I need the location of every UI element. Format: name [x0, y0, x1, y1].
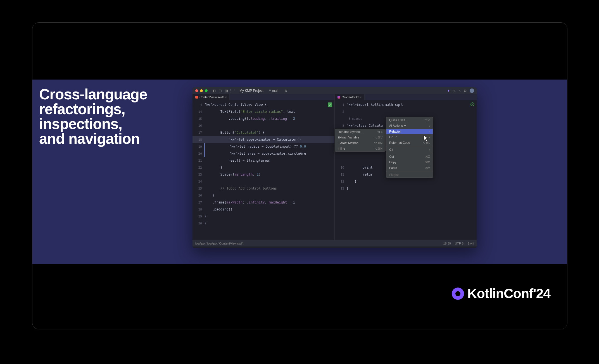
- close-tab-icon[interactable]: ×: [360, 96, 362, 99]
- headline: Cross-language refactorings, inspections…: [39, 87, 147, 146]
- analysis-ok-icon[interactable]: ✓: [470, 102, 474, 106]
- grid-icon[interactable]: ⋮⋮: [230, 89, 234, 93]
- tab-bar-left: ContentView.swift ×: [192, 94, 334, 100]
- tab-contentview[interactable]: ContentView.swift ×: [192, 94, 230, 100]
- search-icon[interactable]: ⌕: [458, 89, 461, 93]
- code-line[interactable]: 21 result = String(area): [192, 157, 334, 164]
- titlebar-tool-icons: ◧ ▢ ◨ ⋮⋮: [212, 89, 234, 93]
- menu-item-quick-fixes-[interactable]: Quick Fixes…⌥↵: [386, 117, 433, 123]
- branch-icon: ⑂: [269, 89, 271, 93]
- kotlinconf-logo-icon: [452, 288, 464, 300]
- headline-line-4: and navigation: [39, 131, 147, 146]
- window-controls[interactable]: [195, 89, 208, 92]
- code-line[interactable]: 26 }: [192, 192, 334, 199]
- code-line[interactable]: 15 .padding([.leading, .trailing], 2: [192, 115, 334, 122]
- menu-item-extract-variable[interactable]: Extract Variable⌥⌘V: [335, 135, 385, 140]
- sidebar-bottom-icon[interactable]: ▢: [218, 89, 222, 93]
- code-line[interactable]: 20 "kw">let area = approximator.circleAr…: [192, 150, 334, 157]
- code-line[interactable]: 1"kw">import kotlin.math.sqrt: [335, 101, 477, 108]
- menu-item-rename-symbol-[interactable]: Rename Symbol…⇧F6: [335, 129, 385, 135]
- code-line[interactable]: 23 Spacer(minLength: 1): [192, 171, 334, 178]
- close-tab-icon[interactable]: ×: [225, 96, 227, 99]
- titlebar-right: ✦ ▷ ⌕ ⚙: [447, 88, 474, 93]
- minimize-icon[interactable]: [200, 89, 203, 92]
- code-line[interactable]: 25 // TODO: Add control buttons: [192, 185, 334, 192]
- menu-item-git[interactable]: Git›: [386, 147, 433, 152]
- cursor-position[interactable]: 18:39: [443, 242, 451, 245]
- swift-file-icon: [195, 96, 198, 99]
- cursor-pointer-icon: [423, 135, 429, 143]
- menu-item-refactor[interactable]: Refactor›: [386, 129, 433, 134]
- code-line[interactable]: 14 TextField("Enter circle radius", text: [192, 108, 334, 115]
- headline-line-2: refactorings,: [39, 102, 147, 116]
- code-line[interactable]: 30}: [192, 220, 334, 227]
- code-line[interactable]: 24: [192, 178, 334, 185]
- sidebar-right-icon[interactable]: ◨: [224, 89, 228, 93]
- menu-item-plugins: Plugins: [386, 172, 433, 178]
- ai-icon[interactable]: ✦: [447, 89, 450, 93]
- headline-line-3: inspections,: [39, 116, 147, 131]
- conference-brand: KotlinConf'24: [452, 286, 550, 301]
- headline-line-1: Cross-language: [39, 87, 147, 102]
- code-line[interactable]: 4"kw">struct ContentView: View {: [192, 101, 334, 108]
- file-encoding[interactable]: UTF-8: [455, 242, 463, 245]
- code-editor-swift[interactable]: ✓ 4"kw">struct ContentView: View {14 Tex…: [192, 100, 334, 227]
- file-language[interactable]: Swift: [467, 242, 474, 245]
- titlebar: ◧ ▢ ◨ ⋮⋮ My KMP Project ⑂ main ⊕ ✦ ▷ ⌕ ⚙: [192, 87, 477, 94]
- code-line[interactable]: 22 }: [192, 164, 334, 171]
- breadcrumb[interactable]: iosApp / iosApp / ContentView.swift: [195, 242, 243, 245]
- code-line[interactable]: 13}: [335, 185, 477, 192]
- editor-split: ContentView.swift × ✓ 4"kw">struct Conte…: [192, 94, 477, 240]
- code-line[interactable]: 12 }: [335, 178, 477, 185]
- maximize-icon[interactable]: [205, 89, 208, 92]
- brand-text: KotlinConf'24: [467, 286, 550, 301]
- menu-item-ai-actions-[interactable]: AI Actions ✦›: [386, 123, 433, 129]
- tab-calculator[interactable]: Calculator.kt ×: [335, 94, 365, 100]
- status-bar: iosApp / iosApp / ContentView.swift 18:3…: [192, 240, 477, 246]
- menu-item-copy[interactable]: Copy⌘C: [386, 159, 433, 165]
- project-name[interactable]: My KMP Project: [239, 89, 263, 93]
- vcs-branch[interactable]: ⑂ main: [269, 89, 279, 93]
- avatar-icon[interactable]: [470, 88, 474, 93]
- editor-pane-left: ContentView.swift × ✓ 4"kw">struct Conte…: [192, 94, 335, 240]
- refactor-submenu: Rename Symbol…⇧F6Extract Variable⌥⌘VExtr…: [335, 129, 386, 152]
- run-icon[interactable]: ▷: [453, 89, 456, 93]
- menu-item-inline[interactable]: Inline⌥⌘N: [335, 146, 385, 151]
- menu-item-paste[interactable]: Paste⌘V: [386, 165, 433, 171]
- ide-window: ◧ ▢ ◨ ⋮⋮ My KMP Project ⑂ main ⊕ ✦ ▷ ⌕ ⚙: [192, 87, 477, 248]
- code-line[interactable]: 18 "kw">let approximator = Calculator(): [192, 136, 334, 143]
- code-line[interactable]: 28 .padding(): [192, 206, 334, 213]
- code-line[interactable]: 27 .frame(maxWidth: .infinity, maxHeight…: [192, 199, 334, 206]
- code-line[interactable]: 2: [335, 108, 477, 115]
- close-icon[interactable]: [195, 89, 198, 92]
- kotlin-file-icon: [337, 96, 340, 99]
- tab-bar-right: Calculator.kt ×: [335, 94, 477, 100]
- add-user-icon[interactable]: ⊕: [284, 89, 288, 93]
- menu-item-cut[interactable]: Cut⌘X: [386, 154, 433, 159]
- settings-icon[interactable]: ⚙: [463, 89, 467, 93]
- context-menu: Quick Fixes…⌥↵AI Actions ✦›Refactor›Go T…: [386, 117, 433, 178]
- code-line[interactable]: 17 Button("Calculate!") {: [192, 129, 334, 136]
- code-line[interactable]: 29}: [192, 213, 334, 220]
- menu-item-extract-method[interactable]: Extract Method⌥⌘M: [335, 140, 385, 146]
- code-line[interactable]: 19 "kw">let radius = Double(input) ?? 0.…: [192, 143, 334, 150]
- analysis-ok-icon[interactable]: ✓: [328, 102, 332, 107]
- slide-frame: Cross-language refactorings, inspections…: [32, 22, 567, 329]
- sidebar-left-icon[interactable]: ◧: [212, 89, 216, 93]
- code-line[interactable]: 16: [192, 122, 334, 129]
